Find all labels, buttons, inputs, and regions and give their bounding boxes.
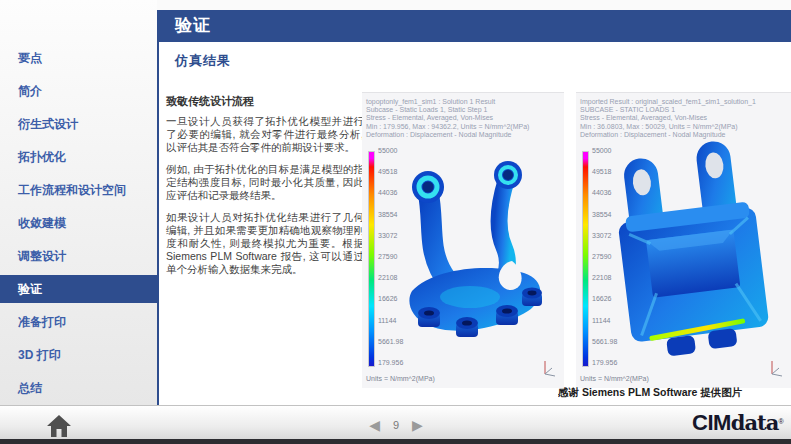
prev-page-icon[interactable]: ◀ xyxy=(369,415,380,435)
article-paragraph: 例如, 由于拓扑优化的目标是满足模型的指定结构强度目标, 同时最小化其质量, 因… xyxy=(166,163,364,202)
sidebar-item-validation[interactable]: 验证 xyxy=(0,275,157,303)
caption-line: Subcase - Static Loads 1, Static Step 1 xyxy=(366,106,529,114)
caption-line: Min : 179.956, Max : 94362.2, Units = N/… xyxy=(366,123,529,131)
article-text: 致敬传统设计流程 一旦设计人员获得了拓扑优化模型并进行了必要的编辑, 就会对零件… xyxy=(166,94,364,285)
section-subtitle: 仿真结果 xyxy=(175,52,231,70)
legend-units: Units = N/mm^2(MPa) xyxy=(366,375,435,382)
sidebar-item-3d-print[interactable]: 3D 打印 xyxy=(0,339,157,372)
caption-line: SUBCASE - STATIC LOADS 1 xyxy=(580,106,756,114)
article-heading: 致敬传统设计流程 xyxy=(166,94,364,109)
caption-line: Deformation : Displacement - Nodal Magni… xyxy=(366,131,529,139)
image-credit: 感谢 Siemens PLM Software 提供图片 xyxy=(558,386,791,400)
logo-text-data: data xyxy=(731,410,779,435)
sidebar-item-key-points[interactable]: 要点 xyxy=(0,42,157,75)
caption-line: Stress - Elemental, Averaged, Von-Mises xyxy=(580,114,756,122)
cimdata-logo: CIMdata® xyxy=(692,410,784,436)
original-bracket-render xyxy=(604,139,776,369)
slide-viewer: 要点 简介 衍生式设计 拓扑优化 工作流程和设计空间 收敛建模 调整设计 验证 … xyxy=(0,0,791,444)
sidebar: 要点 简介 衍生式设计 拓扑优化 工作流程和设计空间 收敛建模 调整设计 验证 … xyxy=(0,0,157,405)
caption-line: Deformation : Displacement - Nodal Magni… xyxy=(580,131,756,139)
stress-colorbar xyxy=(582,151,589,367)
footer-bar: ◀ 9 ▶ CIMdata® xyxy=(0,405,791,444)
registered-mark: ® xyxy=(778,418,783,425)
sidebar-item-generative-design[interactable]: 衍生式设计 xyxy=(0,108,157,141)
article-paragraph: 如果设计人员对拓扑优化结果进行了几何编辑, 并且如果需要更加精确地观察物理刚度和… xyxy=(166,211,364,276)
fea-result-topology-optimized: topoptonly_fem1_sim1 : Solution 1 Result… xyxy=(362,92,564,388)
logo-text-cim: CIM xyxy=(692,410,731,435)
sidebar-item-workflow-design-space[interactable]: 工作流程和设计空间 xyxy=(0,174,157,207)
article-paragraph: 一旦设计人员获得了拓扑优化模型并进行了必要的编辑, 就会对零件进行最终分析, 以… xyxy=(166,115,364,154)
optimized-bracket-render xyxy=(394,145,546,367)
pager: ◀ 9 ▶ xyxy=(346,415,446,435)
page-number: 9 xyxy=(393,419,399,431)
coordinate-triad-icon xyxy=(540,358,558,378)
caption-line: Stress - Elemental, Averaged, Von-Mises xyxy=(366,114,529,122)
caption-line: topoptonly_fem1_sim1 : Solution 1 Result xyxy=(366,98,529,106)
fea-caption: Imported Result : original_scaled_fem1_s… xyxy=(580,98,756,139)
sidebar-item-intro[interactable]: 简介 xyxy=(0,75,157,108)
footer-bottom-strip xyxy=(0,439,791,444)
legend-units: Units = N/mm^2(MPa) xyxy=(580,375,649,382)
caption-line: Min : 36.0803, Max : 50029, Units = N/mm… xyxy=(580,123,756,131)
coordinate-triad-icon xyxy=(767,358,785,378)
sidebar-item-topology-optimization[interactable]: 拓扑优化 xyxy=(0,141,157,174)
fea-caption: topoptonly_fem1_sim1 : Solution 1 Result… xyxy=(366,98,529,139)
sidebar-item-convergent-modeling[interactable]: 收敛建模 xyxy=(0,207,157,240)
page-title: 验证 xyxy=(157,10,791,42)
sidebar-item-summary[interactable]: 总结 xyxy=(0,372,157,405)
sidebar-item-prepare-print[interactable]: 准备打印 xyxy=(0,306,157,339)
caption-line: Imported Result : original_scaled_fem1_s… xyxy=(580,98,756,106)
header-bar: 验证 xyxy=(157,10,791,42)
fea-result-original: Imported Result : original_scaled_fem1_s… xyxy=(576,92,791,388)
content-panel: 仿真结果 致敬传统设计流程 一旦设计人员获得了拓扑优化模型并进行了必要的编辑, … xyxy=(157,42,791,405)
sidebar-item-adjust-design[interactable]: 调整设计 xyxy=(0,240,157,273)
next-page-icon[interactable]: ▶ xyxy=(412,415,423,435)
home-icon[interactable] xyxy=(46,414,72,438)
stress-colorbar xyxy=(368,151,375,367)
sidebar-nav: 要点 简介 衍生式设计 拓扑优化 工作流程和设计空间 收敛建模 调整设计 验证 … xyxy=(0,42,157,405)
